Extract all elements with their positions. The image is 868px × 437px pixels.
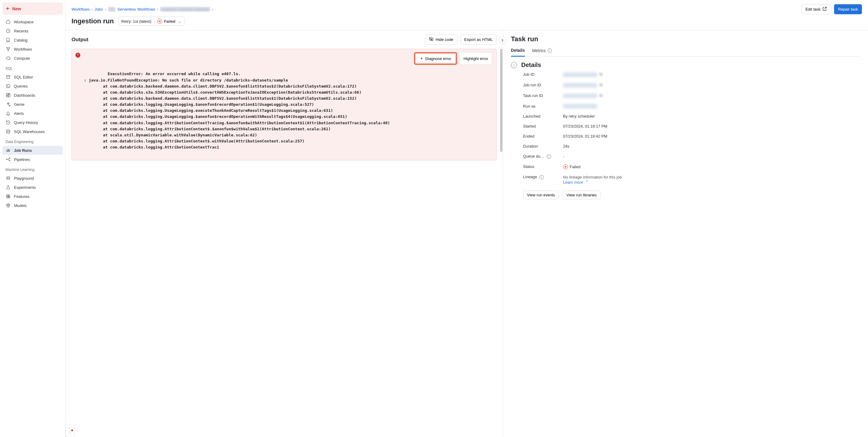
detail-label-launched: Launched xyxy=(523,114,559,119)
diagnose-error-label: Diagnose error xyxy=(425,56,451,61)
svg-rect-17 xyxy=(7,197,8,198)
tab-details[interactable]: Details xyxy=(511,46,525,57)
sidebar-item-dashboards[interactable]: Dashboards xyxy=(2,91,63,100)
sidebar-item-label: Query History xyxy=(14,120,38,125)
svg-rect-16 xyxy=(8,195,10,196)
sidebar-item-features[interactable]: Features xyxy=(2,192,63,201)
highlight-error-button[interactable]: Highlight error xyxy=(460,52,492,65)
sidebar-item-label: Experiments xyxy=(14,185,36,190)
recents-icon xyxy=(5,28,11,34)
view-run-events-button[interactable]: View run events xyxy=(523,191,559,199)
assistant-widget[interactable] xyxy=(65,428,74,437)
svg-rect-23 xyxy=(600,95,602,97)
lineage-note: No lineage information for this job. xyxy=(563,175,861,180)
job-runs-icon xyxy=(5,148,11,153)
features-icon xyxy=(5,194,11,199)
hide-code-button[interactable]: Hide code xyxy=(425,35,457,44)
sidebar-item-label: Compute xyxy=(14,56,30,61)
task-run-heading: Task run xyxy=(511,35,861,43)
sidebar-item-query-history[interactable]: Query History xyxy=(2,118,63,127)
sidebar-item-job-runs[interactable]: Job Runs xyxy=(2,146,63,155)
sidebar-item-alerts[interactable]: Alerts xyxy=(2,109,63,118)
detail-value-launched: By retry scheduler xyxy=(563,114,861,119)
breadcrumb-item[interactable]: Workflows xyxy=(71,7,90,11)
sidebar-item-models[interactable]: Models xyxy=(2,201,63,210)
topbar: Workflows › Jobs › xxx Serverless Workfl… xyxy=(65,0,868,30)
sidebar-item-genie[interactable]: Genie xyxy=(2,100,63,109)
edit-task-label: Edit task xyxy=(805,7,820,11)
breadcrumb-item[interactable]: Jobs xyxy=(95,7,103,11)
sidebar-item-label: Recents xyxy=(14,29,29,33)
detail-value-queue: - xyxy=(563,154,861,159)
section-de: Data Engineering xyxy=(2,137,63,145)
detail-value-job_run_id: xxxxxxxxxxxxxxxx xyxy=(563,83,861,88)
sidebar-item-label: Workflows xyxy=(14,47,32,52)
learn-more-link[interactable]: Learn more xyxy=(563,180,588,185)
copy-icon[interactable] xyxy=(599,72,603,77)
retry-select[interactable]: Retry: 1st (latest) · ✕ Failed ⌄ xyxy=(118,17,184,26)
genie-icon xyxy=(5,101,11,107)
copy-icon[interactable] xyxy=(599,93,603,98)
detail-value-duration: 24s xyxy=(563,144,861,149)
scrollbar[interactable] xyxy=(500,49,503,432)
sidebar-item-playground[interactable]: Playground xyxy=(2,174,63,183)
plus-icon: + xyxy=(6,5,9,12)
export-html-button[interactable]: Export as HTML xyxy=(460,35,497,44)
collapse-right-pane[interactable] xyxy=(499,36,506,44)
breadcrumb-blur: xxx xyxy=(108,7,116,11)
detail-label-status: Status xyxy=(523,164,559,169)
detail-value-ended: 07/23/2024, 01:19:42 PM xyxy=(563,134,861,138)
sidebar-item-label: Queries xyxy=(14,84,28,89)
info-icon: i xyxy=(511,62,517,68)
diagnose-error-button[interactable]: ✦Diagnose error xyxy=(416,54,455,63)
sparkle-icon: ✦ xyxy=(420,56,424,61)
query-history-icon xyxy=(5,120,11,125)
sidebar-item-label: Models xyxy=(14,204,27,208)
view-run-libraries-button[interactable]: View run libraries xyxy=(562,191,600,199)
sidebar-item-compute[interactable]: Compute xyxy=(2,54,63,63)
sidebar-item-experiments[interactable]: Experiments xyxy=(2,183,63,192)
sidebar-item-label: Alerts xyxy=(14,111,24,116)
tab-metrics[interactable]: Metricsi xyxy=(532,46,552,56)
chevron-down-icon: ⌄ xyxy=(178,19,181,24)
sidebar-item-recents[interactable]: Recents xyxy=(2,26,63,35)
svg-rect-6 xyxy=(6,93,8,95)
sidebar-item-sql-editor[interactable]: SQL Editor xyxy=(2,72,63,82)
sidebar-item-pipelines[interactable]: Pipelines xyxy=(2,155,63,164)
sidebar-item-label: SQL Warehouses xyxy=(14,129,45,134)
copy-icon[interactable] xyxy=(599,83,603,88)
sidebar-item-sql-warehouses[interactable]: SQL Warehouses xyxy=(2,127,63,136)
sidebar-item-catalog[interactable]: Catalog xyxy=(2,35,63,44)
detail-label-task_run_id: Task run ID xyxy=(523,93,559,98)
output-pane: Output Hide code Export as HTML ! ✦Diagn… xyxy=(65,30,503,437)
svg-point-12 xyxy=(9,158,10,159)
detail-value-job_id: xxxxxxxxxxxxxxxx xyxy=(563,72,861,77)
dashboards-icon xyxy=(5,92,11,98)
svg-rect-4 xyxy=(7,75,10,79)
svg-rect-9 xyxy=(6,95,8,97)
section-ml: Machine Learning xyxy=(2,164,63,173)
pipelines-icon xyxy=(5,157,11,162)
detail-value-started: 07/23/2024, 01:19:17 PM xyxy=(563,124,861,128)
sidebar-item-label: Dashboards xyxy=(14,93,35,98)
repair-task-button[interactable]: Repair task xyxy=(834,4,862,14)
sidebar-item-label: Workspace xyxy=(14,20,34,24)
sidebar-item-workspace[interactable]: Workspace xyxy=(2,17,63,26)
detail-label-job_run_id: Job run ID xyxy=(523,83,559,88)
edit-task-button[interactable]: Edit task xyxy=(801,4,831,14)
detail-label-queue: Queue du… i xyxy=(523,154,559,159)
error-output: ! ✦Diagnose error Highlight error Execut… xyxy=(71,49,497,160)
breadcrumb-item[interactable]: Serverless Workflows xyxy=(117,7,155,11)
sidebar-item-workflows[interactable]: Workflows xyxy=(2,44,63,54)
detail-value-lineage: No lineage information for this job.Lear… xyxy=(563,175,861,185)
sidebar-item-label: Job Runs xyxy=(14,148,32,153)
queries-icon xyxy=(5,83,11,89)
workspace-icon xyxy=(5,19,11,25)
sidebar-item-queries[interactable]: Queries xyxy=(2,82,63,91)
retry-label: Retry: 1st (latest) xyxy=(121,19,151,24)
new-button[interactable]: + New xyxy=(2,2,63,15)
detail-label-started: Started xyxy=(523,124,559,128)
breadcrumb: Workflows › Jobs › xxx Serverless Workfl… xyxy=(71,7,213,11)
svg-rect-21 xyxy=(600,84,602,86)
export-html-label: Export as HTML xyxy=(464,37,493,42)
